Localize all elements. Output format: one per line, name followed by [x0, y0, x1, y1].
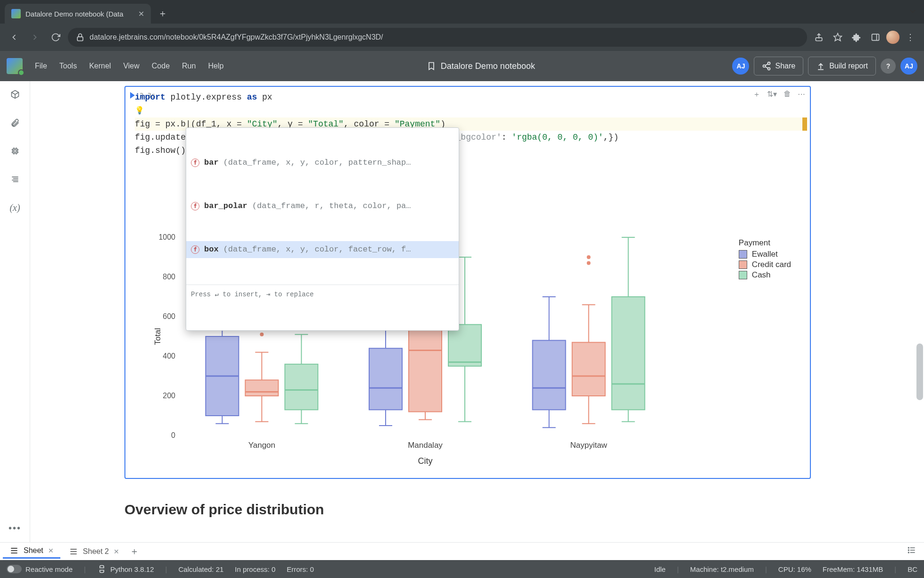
add-sheet-button[interactable]: ＋: [128, 545, 141, 558]
menu-tools[interactable]: Tools: [54, 59, 82, 73]
svg-rect-92: [612, 297, 645, 410]
extensions-icon[interactable]: [849, 29, 865, 45]
chevron-down-icon[interactable]: [908, 7, 917, 17]
browser-tab[interactable]: Datalore Demo notebook (Data ✕: [5, 4, 151, 24]
share-os-icon[interactable]: [811, 29, 827, 45]
sidepanel-icon[interactable]: [867, 29, 883, 45]
bookmark-icon: [427, 61, 436, 71]
function-badge-icon: f: [191, 202, 199, 210]
menu-kernel[interactable]: Kernel: [83, 59, 116, 73]
help-button[interactable]: ?: [881, 59, 896, 74]
legend-item[interactable]: Cash: [739, 270, 791, 280]
svg-line-8: [766, 64, 768, 65]
forward-button[interactable]: [26, 29, 43, 46]
menu-run[interactable]: Run: [176, 59, 201, 73]
autocomplete-item-selected[interactable]: f box(data_frame, x, y, color, facet_row…: [186, 241, 459, 258]
status-idle: Idle: [654, 565, 666, 573]
svg-point-7: [768, 67, 770, 70]
build-report-label: Build report: [829, 62, 868, 70]
reload-button[interactable]: [47, 29, 64, 46]
svg-text:200: 200: [163, 392, 175, 400]
svg-point-45: [260, 333, 264, 336]
bookmark-star-icon[interactable]: [830, 29, 846, 45]
app-logo[interactable]: [7, 58, 23, 74]
sheet-list-button[interactable]: [907, 545, 916, 557]
url-field[interactable]: datalore.jetbrains.com/notebook/0k5R4AZg…: [68, 28, 807, 47]
svg-text:Yangon: Yangon: [248, 441, 275, 450]
notebook-title[interactable]: Datalore Demo notebook: [441, 61, 535, 71]
close-icon[interactable]: ✕: [48, 547, 54, 554]
legend-item[interactable]: Credit card: [739, 260, 791, 269]
outline-icon[interactable]: [8, 172, 23, 187]
autocomplete-item[interactable]: f bar_polar(data_frame, r, theta, color,…: [186, 198, 459, 215]
svg-point-101: [908, 547, 909, 548]
menu-bar: File Tools Kernel View Code Run Help: [29, 59, 229, 73]
share-button[interactable]: Share: [754, 57, 803, 75]
code-editor[interactable]: import plotly.express as px 💡 fig = px.b…: [125, 87, 810, 214]
sheet-tab[interactable]: Sheet ✕: [3, 544, 60, 559]
browser-tab-bar: Datalore Demo notebook (Data ✕ ＋: [0, 0, 924, 24]
attach-icon[interactable]: [8, 115, 23, 130]
kw-as: as: [247, 92, 257, 102]
address-bar: datalore.jetbrains.com/notebook/0k5R4AZg…: [0, 24, 924, 51]
svg-text:400: 400: [163, 352, 175, 360]
code-cell[interactable]: 2.3s ＋ ⇅▾ 🗑 ⋯ import plotly.express as p…: [124, 86, 811, 479]
svg-point-6: [763, 65, 766, 67]
svg-rect-12: [14, 150, 16, 152]
chart-legend: Payment Ewallet Credit card Cash: [739, 238, 791, 281]
svg-point-103: [908, 552, 909, 553]
sheet-icon: [69, 547, 78, 556]
lightbulb-icon[interactable]: 💡: [135, 107, 144, 115]
package-icon[interactable]: [8, 87, 23, 102]
sheet-tab[interactable]: Sheet 2 ✕: [62, 545, 126, 558]
svg-text:600: 600: [163, 312, 175, 320]
user-avatar-left[interactable]: AJ: [732, 58, 749, 75]
back-button[interactable]: [6, 29, 23, 46]
svg-rect-3: [872, 34, 879, 40]
status-errors[interactable]: Errors: 0: [287, 565, 314, 573]
close-icon[interactable]: ✕: [138, 9, 144, 18]
legend-item[interactable]: Ewallet: [739, 250, 791, 259]
svg-rect-0: [77, 37, 83, 41]
status-machine[interactable]: Machine: t2.medium: [690, 565, 754, 573]
close-icon[interactable]: ✕: [114, 548, 119, 555]
sheet-label: Sheet: [24, 546, 43, 555]
share-label: Share: [775, 62, 795, 70]
autocomplete-help: Press ↵ to insert, ⇥ to replace: [186, 285, 459, 304]
menu-code[interactable]: Code: [146, 59, 175, 73]
new-tab-button[interactable]: ＋: [154, 4, 172, 22]
kernel-python[interactable]: Python 3.8.12: [97, 564, 154, 574]
reactive-mode-toggle[interactable]: Reactive mode: [7, 565, 73, 573]
sheet-icon: [9, 546, 19, 555]
svg-point-87: [587, 255, 591, 259]
svg-point-86: [587, 261, 591, 265]
status-bar: Reactive mode | Python 3.8.12 | Calculat…: [0, 560, 924, 578]
tab-title: Datalore Demo notebook (Data: [25, 10, 133, 18]
status-bc[interactable]: BC: [908, 565, 917, 573]
scrollbar-thumb[interactable]: [916, 343, 923, 400]
browser-profile-avatar[interactable]: [886, 31, 899, 44]
share-icon: [762, 61, 771, 71]
status-calculated[interactable]: Calculated: 21: [178, 565, 223, 573]
svg-rect-78: [533, 340, 566, 410]
menu-file[interactable]: File: [29, 59, 53, 73]
build-report-button[interactable]: Build report: [808, 57, 876, 75]
cpu-icon[interactable]: [8, 143, 23, 159]
variables-icon[interactable]: (x): [8, 200, 23, 215]
notebook-scroll-area[interactable]: [10] 2.3s ＋ ⇅▾ 🗑 ⋯ import plotly.express…: [30, 81, 924, 542]
browser-menu-icon[interactable]: ⋮: [902, 29, 918, 45]
upload-icon: [816, 61, 825, 71]
svg-text:Total: Total: [153, 328, 162, 345]
status-inprocess[interactable]: In process: 0: [235, 565, 275, 573]
svg-rect-58: [369, 348, 402, 410]
svg-text:City: City: [418, 456, 433, 466]
menu-view[interactable]: View: [117, 59, 145, 73]
svg-rect-71: [448, 325, 481, 366]
menu-help[interactable]: Help: [202, 59, 229, 73]
user-avatar-right[interactable]: AJ: [900, 58, 917, 75]
app-header: File Tools Kernel View Code Run Help Dat…: [0, 51, 924, 81]
svg-text:Naypyitaw: Naypyitaw: [570, 441, 607, 450]
more-rail-icon[interactable]: •••: [8, 520, 23, 536]
autocomplete-item[interactable]: f bar(data_frame, x, y, color, pattern_s…: [186, 154, 459, 171]
status-freemem: FreeMem: 1431MB: [823, 565, 883, 573]
